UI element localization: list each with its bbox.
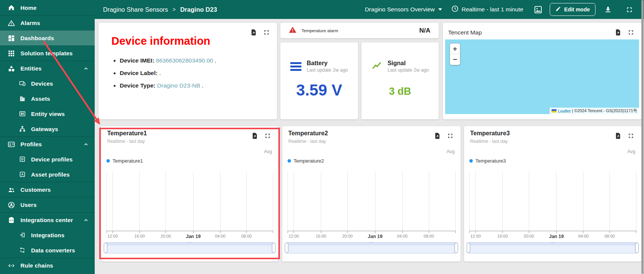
sidebar-item-entities[interactable]: Entities (0, 61, 95, 76)
sidebar-item-data-converters[interactable]: Data converters (0, 243, 95, 258)
device-information-list: Device IMEI: 863663062803490.00 .Device … (120, 57, 269, 89)
slider-handle-right[interactable] (272, 243, 275, 253)
sidebar-item-rule-chains[interactable]: Rule chains (0, 258, 95, 273)
sidebar: Home Alarms Dashboards Solution template… (0, 0, 95, 274)
aggregation-label[interactable]: Avg (627, 149, 635, 154)
solution-templates-icon (8, 50, 15, 57)
sidebar-nav: Home Alarms Dashboards Solution template… (0, 0, 95, 273)
download-icon[interactable] (603, 5, 613, 14)
slider-handle-right[interactable] (635, 243, 639, 253)
fullscreen-widget-icon[interactable] (627, 132, 635, 139)
sidebar-item-customers[interactable]: Customers (0, 182, 95, 197)
integrations-center-icon: <> (8, 216, 15, 224)
legend-dot-icon (469, 159, 473, 163)
battery-value: 3.59 V (280, 81, 358, 99)
fullscreen-widget-icon[interactable] (627, 29, 635, 36)
chart-plot-area[interactable] (469, 172, 636, 231)
export-widget-icon[interactable] (250, 29, 257, 36)
chart-plot-area[interactable] (106, 172, 273, 231)
gridline (113, 172, 113, 231)
sidebar-item-users[interactable]: Users (0, 197, 95, 212)
sidebar-item-device-profiles[interactable]: D Device profiles (0, 152, 95, 167)
sidebar-item-solution-templates[interactable]: Solution templates (0, 45, 95, 61)
fullscreen-widget-icon[interactable] (264, 132, 271, 139)
dashboard-image-icon[interactable] (533, 5, 543, 14)
slider-handle-left[interactable] (467, 243, 470, 253)
gridline (636, 172, 636, 231)
chevron-up-icon[interactable] (83, 141, 89, 148)
edit-mode-button[interactable]: Edit mode (550, 3, 596, 16)
fullscreen-widget-icon[interactable] (263, 29, 270, 36)
gridline (288, 172, 288, 231)
sidebar-scrollbar[interactable] (641, 0, 644, 274)
time-range-slider[interactable]: ··· (468, 242, 638, 254)
gridline (139, 172, 140, 231)
sidebar-item-home[interactable]: Home (0, 0, 95, 15)
chart-timewindow-subtitle: Realtime - last day (107, 139, 145, 144)
device-info-item: Device Label: . (120, 70, 269, 77)
header-bar: Dragino Share Sensors > Dragino D23 Drag… (95, 0, 644, 19)
aggregation-label[interactable]: Avg (264, 149, 272, 154)
signal-value: 3 dB (361, 86, 439, 97)
sidebar-item-alarms[interactable]: Alarms (0, 15, 95, 30)
slider-handle-left[interactable] (104, 243, 107, 253)
export-widget-icon[interactable] (614, 132, 622, 139)
breadcrumb: Dragino Share Sensors > Dragino D23 (103, 6, 217, 13)
time-range-slider[interactable]: ··· (286, 242, 457, 254)
dashboard-content: Device information Device IMEI: 86366306… (95, 19, 644, 274)
export-widget-icon[interactable] (251, 132, 258, 139)
chart-title: Temperature1 (107, 130, 147, 137)
chevron-up-icon[interactable] (83, 65, 89, 72)
chevron-up-icon[interactable] (83, 217, 89, 224)
slider-grip-icon[interactable]: ··· (369, 241, 374, 245)
alarm-value: N/A (419, 27, 430, 34)
slider-handle-right[interactable] (455, 243, 458, 253)
aggregation-label[interactable]: Avg (447, 149, 455, 154)
clock-icon (451, 5, 459, 14)
time-range-slider[interactable]: ··· (105, 242, 274, 254)
battery-card: Battery Last update 2w ago 3.59 V (280, 42, 358, 119)
fullscreen-icon[interactable] (624, 5, 634, 14)
sidebar-item-devices[interactable]: Devices (0, 76, 95, 91)
sidebar-item-entity-views[interactable]: Entity views (0, 106, 95, 121)
map-zoom-out-button[interactable]: − (450, 54, 460, 65)
gridline (193, 172, 194, 231)
device-info-item: Device Type: Dragino D23-NB . (120, 82, 269, 89)
gridline (469, 172, 470, 231)
map-canvas[interactable]: + − Leaflet | ©2024 Tencent - GS(2023)11… (445, 39, 639, 114)
export-widget-icon[interactable] (434, 132, 441, 139)
sidebar-item-profiles[interactable]: Profiles (0, 136, 95, 152)
sidebar-item-assets[interactable]: Assets (0, 91, 95, 106)
gridline (321, 172, 321, 231)
fullscreen-widget-icon[interactable] (447, 132, 454, 139)
gridline (166, 172, 166, 231)
dashboard-select[interactable]: Dragino Sensors Overview (365, 6, 442, 13)
map-attribution: Leaflet | ©2024 Tencent - GS(2023)1171号 (550, 108, 639, 114)
gridline (294, 172, 294, 231)
device-profiles-icon: D (19, 156, 26, 163)
users-icon (8, 201, 15, 209)
gridline (455, 172, 456, 231)
slider-handle-left[interactable] (285, 243, 288, 253)
legend-item[interactable]: Temperature3 (469, 158, 506, 164)
timewindow-button[interactable]: Realtime - last 1 minute (451, 5, 524, 14)
legend-item[interactable]: Temperature2 (288, 158, 324, 164)
map-zoom-in-button[interactable]: + (450, 44, 460, 54)
slider-grip-icon[interactable]: ··· (187, 241, 192, 245)
breadcrumb-current: Dragino D23 (180, 6, 217, 13)
export-widget-icon[interactable] (614, 29, 622, 36)
chart-plot-area[interactable] (288, 172, 455, 231)
gridline (273, 172, 273, 231)
legend-item[interactable]: Temperature1 (106, 158, 143, 164)
sidebar-item-gateways[interactable]: Gateways (0, 121, 95, 136)
x-axis-tick-label: 20:00 (342, 234, 353, 238)
x-axis-tick-label: Jan 19 (368, 234, 383, 239)
slider-grip-icon[interactable]: ··· (550, 241, 555, 245)
leaflet-link[interactable]: Leaflet (558, 109, 571, 113)
sidebar-item-integrations[interactable]: Integrations (0, 227, 95, 243)
sidebar-item-integrations-center[interactable]: <> Integrations center (0, 212, 95, 227)
svg-text:A: A (21, 173, 23, 176)
sidebar-item-asset-profiles[interactable]: A Asset profiles (0, 167, 95, 182)
sidebar-item-dashboards[interactable]: Dashboards (0, 30, 95, 45)
breadcrumb-parent[interactable]: Dragino Share Sensors (103, 6, 168, 13)
